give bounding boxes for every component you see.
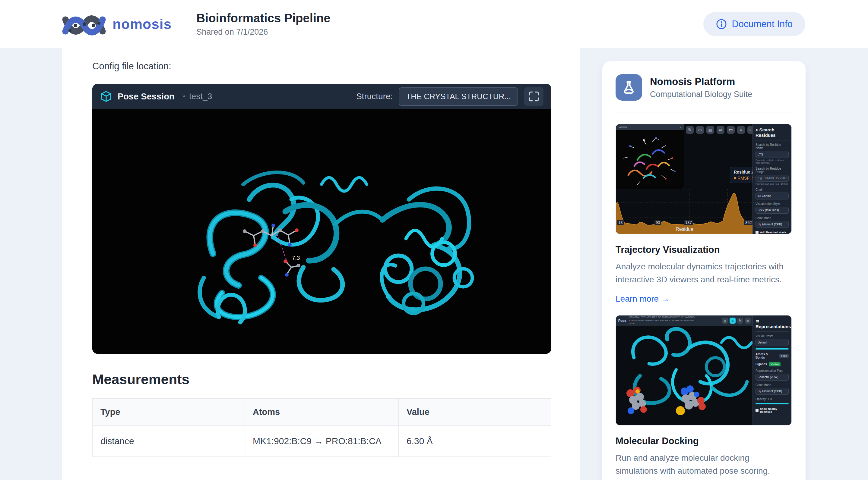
flask-icon [616, 74, 642, 101]
nomosis-logo-icon [62, 10, 107, 39]
field-label: Visualization Style [755, 202, 789, 206]
fullscreen-button[interactable] [524, 87, 544, 106]
distance-annotation-label: 7.3 [292, 254, 300, 261]
pen-icon: ✎ [737, 318, 743, 323]
table-row: distance MK1:902:B:C9 → PRO:81:B:CA 6.30… [93, 426, 551, 457]
table-header-row: Type Atoms Value [93, 399, 551, 426]
pose-session-title: Pose Session [118, 92, 175, 102]
popup-title: viewer [619, 126, 627, 129]
feature-trajectory: ✎ ▭ ▥ ∞ 🗀 ⌕ ›_ ⌂ ⭳ ⚙ viewer × [616, 124, 792, 304]
histogram-ticks: 13 93 187 362 [616, 220, 753, 226]
feature-title: Trajectory Visualization [616, 244, 792, 255]
field-label: Color Mode [755, 216, 789, 220]
config-file-label: Config file location: [92, 61, 550, 72]
chart-icon: ▥ [706, 126, 714, 134]
cell-value: 6.30 Å [399, 426, 551, 457]
field-hint: Format: start-end (e.g., 10-50) [755, 182, 789, 185]
structure-select[interactable]: THE CRYSTAL STRUCTUR... [399, 88, 518, 106]
opacity-label: Opacity: 1.00 [755, 398, 789, 401]
add-labels-checkbox: Add Residue Labels [755, 231, 789, 234]
cell-atoms: MK1:902:B:C9 → PRO:81:B:CA [245, 426, 399, 457]
close-icon: × [680, 126, 681, 129]
multicolor-molecule [616, 130, 684, 189]
tick-label: 187 [684, 220, 693, 225]
visible-badge: Visible [769, 362, 780, 367]
document-heading: Bioinformatics Pipeline Shared on 7/1/20… [196, 11, 331, 37]
ligands-row: Ligands Visible [755, 362, 789, 367]
document-info-label: Document Info [732, 19, 793, 30]
pose-session-header: Pose Session • test_3 Structure: THE CRY… [92, 84, 551, 109]
tick-label: 93 [654, 220, 661, 225]
atom-icon: ⊛ [745, 318, 751, 323]
pose-session-panel: Pose Session • test_3 Structure: THE CRY… [92, 84, 551, 354]
col-value: Value [399, 399, 551, 426]
histogram-xlabel: Residue [616, 227, 753, 232]
style-select: Stick (thin lines) [755, 207, 789, 214]
measurements-heading: Measurements [92, 371, 550, 387]
brand-name: nomosis [113, 16, 172, 32]
preset-select: Default [755, 339, 789, 346]
structure-label: Structure: [356, 92, 393, 101]
brand: nomosis [62, 10, 172, 39]
field-label: Color Mode [755, 383, 789, 386]
cell-type: distance [93, 426, 245, 457]
fullscreen-icon [528, 91, 539, 102]
pen-icon: ✎ [686, 126, 694, 134]
field-label: Visual Preset [755, 335, 789, 338]
platform-sidebar: Nomosis Platform Computational Biology S… [602, 61, 806, 480]
package-icon [100, 91, 112, 102]
link-icon: ∞ [717, 126, 724, 134]
document-info-button[interactable]: Document Info [703, 12, 805, 36]
tick-label: 362 [744, 220, 753, 225]
search-residues-panel: ⌕ Search Residues Search by Residue Name… [752, 124, 792, 234]
docking-preview-image: Pose CRYSTAL STRUCTURES OF THROMBIN WITH… [616, 315, 792, 425]
ligand-spheres-center [676, 385, 706, 415]
rep-type-select: Spacefill (vDW) [755, 374, 789, 381]
molecule-viewer-canvas[interactable]: 7.3 [92, 109, 551, 354]
page-title: Bioinformatics Pipeline [196, 11, 331, 25]
atoms-bonds-row: Atoms & Bonds Hide [755, 352, 789, 359]
layers-icon: ≋ [730, 318, 736, 323]
panel-title: ≋ Representations [755, 318, 789, 332]
nearby-residues-checkbox: Show Nearby Residues [755, 407, 789, 413]
field-label: Chain [755, 188, 789, 191]
platform-subtitle: Computational Biology Suite [650, 90, 752, 99]
color-mode-select: By Element (CPK) [755, 221, 789, 228]
residue-name-input: LYS [755, 151, 789, 158]
bullet: • [183, 92, 185, 101]
feature-title: Molecular Docking [616, 436, 792, 447]
document-card: Config file location: Pose Session • tes… [62, 48, 580, 480]
app-name: Pose [618, 319, 626, 322]
molecule-popup-window: viewer × [616, 124, 684, 189]
panel-title: ⌕ Search Residues [755, 127, 789, 140]
comment-icon: ▭ [696, 126, 704, 134]
trajectory-preview-image: ✎ ▭ ▥ ∞ 🗀 ⌕ ›_ ⌂ ⭳ ⚙ viewer × [616, 124, 792, 234]
protein-ribbon-render: 7.3 [92, 109, 551, 354]
panel-icon: ▯ [722, 318, 728, 323]
session-name: • test_3 [183, 92, 212, 101]
ligand-spheres-left [626, 386, 647, 414]
docking-render [616, 315, 753, 425]
col-atoms: Atoms [245, 399, 399, 426]
platform-title: Nomosis Platform [650, 76, 752, 88]
docking-toolbar: ▯ ≋ ✎ ⊛ [722, 318, 751, 323]
info-icon [716, 19, 727, 30]
learn-more-link[interactable]: Learn more → [616, 294, 670, 304]
header-divider [184, 11, 184, 37]
structure-title: CRYSTAL STRUCTURES OF THROMBIN WITH THIA… [629, 316, 699, 325]
feature-docking: Pose CRYSTAL STRUCTURES OF THROMBIN WITH… [616, 315, 792, 478]
platform-header: Nomosis Platform Computational Biology S… [616, 74, 792, 112]
session-name-text: test_3 [189, 92, 212, 101]
feature-description: Run and analyze molecular docking simula… [616, 451, 784, 478]
feature-description: Analyze molecular dynamics trajectories … [616, 260, 784, 286]
field-label: Representation Type [755, 369, 789, 372]
field-label: Search by Residue Range [755, 167, 789, 174]
search-icon: ⌕ [737, 126, 745, 134]
docking-header-bar: Pose CRYSTAL STRUCTURES OF THROMBIN WITH… [616, 315, 753, 326]
col-type: Type [93, 399, 245, 426]
tick-label: 13 [617, 220, 624, 225]
folder-icon: 🗀 [727, 126, 735, 134]
measurements-table: Type Atoms Value distance MK1:902:B:C9 →… [92, 398, 551, 457]
app-header: nomosis Bioinformatics Pipeline Shared o… [0, 0, 868, 48]
representations-panel: ≋ Representations Visual Preset Default … [752, 315, 792, 425]
